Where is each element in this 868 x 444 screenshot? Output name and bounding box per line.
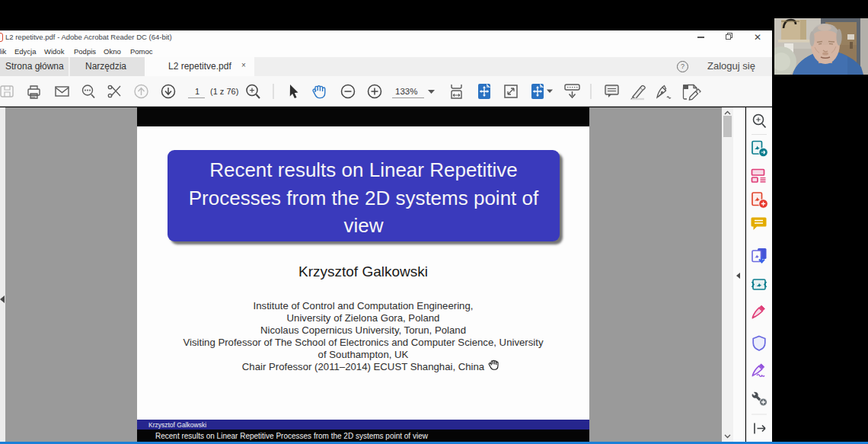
svg-text:1: 1 bbox=[195, 87, 199, 96]
svg-text:133%: 133% bbox=[395, 87, 417, 96]
svg-text:(1 z 76): (1 z 76) bbox=[210, 87, 238, 96]
